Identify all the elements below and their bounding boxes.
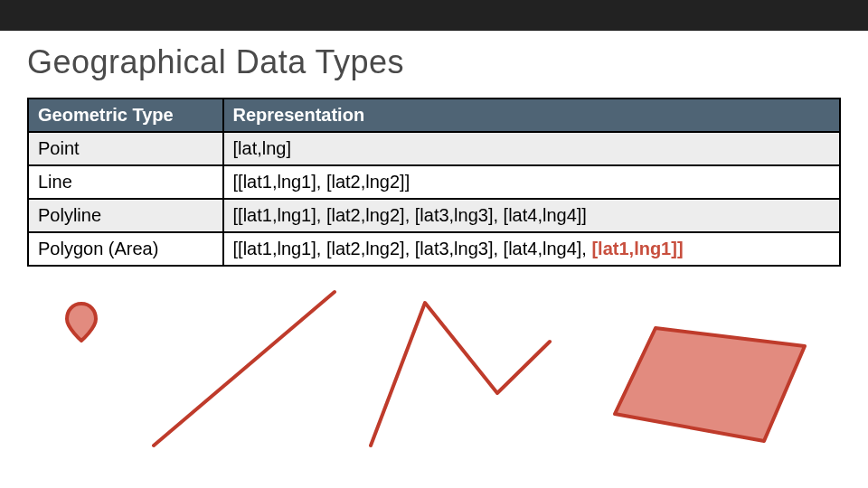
svg-marker-1 (615, 328, 805, 441)
point-icon (63, 301, 99, 346)
polyline-icon (362, 292, 561, 455)
repr-highlight: [lat1,lng1]] (591, 239, 683, 258)
slide-content: Geographical Data Types Geometric Type R… (0, 31, 868, 464)
cell-repr: [[lat1,lng1], [lat2,lng2], [lat3,lng3], … (223, 199, 840, 232)
geo-table: Geometric Type Representation Point [lat… (27, 98, 841, 267)
cell-type: Polyline (28, 199, 223, 232)
table-header-row: Geometric Type Representation (28, 99, 840, 132)
table-row: Polygon (Area) [[lat1,lng1], [lat2,lng2]… (28, 232, 840, 266)
illustrations (27, 283, 841, 464)
slide-title: Geographical Data Types (27, 43, 841, 81)
cell-type: Line (28, 165, 223, 199)
table-row: Line [[lat1,lng1], [lat2,lng2]] (28, 165, 840, 199)
line-icon (145, 283, 344, 455)
cell-repr: [[lat1,lng1], [lat2,lng2], [lat3,lng3], … (223, 232, 840, 266)
table-row: Point [lat,lng] (28, 132, 840, 165)
repr-main: [[lat1,lng1], [lat2,lng2], [lat3,lng3], … (233, 239, 592, 258)
cell-type: Point (28, 132, 223, 165)
cell-repr: [lat,lng] (223, 132, 840, 165)
header-representation: Representation (223, 99, 840, 132)
top-bar (0, 0, 868, 31)
header-geometric-type: Geometric Type (28, 99, 223, 132)
polygon-icon (606, 319, 814, 455)
cell-repr: [[lat1,lng1], [lat2,lng2]] (223, 165, 840, 199)
svg-line-0 (154, 292, 335, 446)
table-row: Polyline [[lat1,lng1], [lat2,lng2], [lat… (28, 199, 840, 232)
cell-type: Polygon (Area) (28, 232, 223, 266)
